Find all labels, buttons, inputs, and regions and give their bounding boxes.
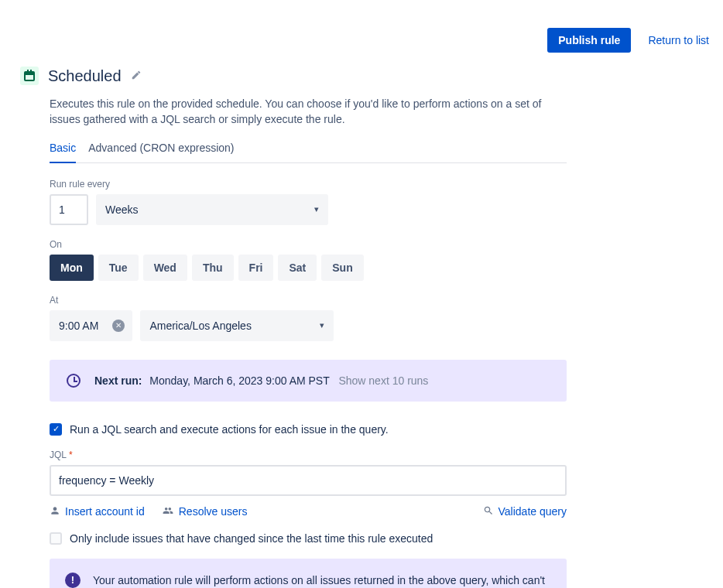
unit-select[interactable]: Weeks ▾: [96, 194, 328, 225]
day-tue-button[interactable]: Tue: [98, 255, 139, 281]
day-sat-button[interactable]: Sat: [278, 255, 317, 281]
page-title: Scheduled: [48, 67, 122, 85]
on-label: On: [50, 239, 567, 250]
info-icon: !: [65, 573, 81, 588]
content-area: Scheduled Executes this rule on the prov…: [0, 53, 581, 588]
calendar-icon: [20, 67, 39, 85]
jql-field-label: JQL *: [50, 450, 567, 460]
search-icon: [483, 505, 494, 518]
only-changed-checkbox[interactable]: [50, 532, 62, 545]
warning-panel: ! Your automation rule will perform acti…: [50, 559, 567, 588]
unit-select-value: Weeks: [105, 203, 139, 216]
next-run-panel: Next run: Monday, March 6, 2023 9:00 AM …: [50, 360, 567, 402]
at-label: At: [50, 295, 567, 306]
chevron-down-icon: ▾: [314, 204, 319, 214]
next-run-value: Monday, March 6, 2023 9:00 AM PST: [149, 374, 329, 387]
only-changed-label: Only include issues that have changed si…: [70, 532, 433, 545]
validate-query-label: Validate query: [499, 505, 567, 518]
run-every-row: Weeks ▾: [50, 194, 567, 225]
next-run-text: Next run: Monday, March 6, 2023 9:00 AM …: [94, 374, 428, 387]
title-row: Scheduled: [50, 67, 567, 85]
at-row: 9:00 AM ✕ America/Los Angeles ▾: [50, 310, 567, 341]
run-jql-checkbox[interactable]: ✓: [50, 423, 62, 436]
jql-actions-row: Insert account id Resolve users Validate…: [50, 505, 567, 518]
only-changed-checkbox-row: Only include issues that have changed si…: [50, 532, 567, 545]
resolve-users-link[interactable]: Resolve users: [162, 505, 248, 518]
day-mon-button[interactable]: Mon: [50, 255, 94, 281]
day-thu-button[interactable]: Thu: [192, 255, 234, 281]
resolve-users-label: Resolve users: [179, 505, 248, 518]
day-selector: Mon Tue Wed Thu Fri Sat Sun: [50, 255, 567, 281]
run-jql-label: Run a JQL search and execute actions for…: [70, 423, 389, 436]
jql-section: JQL * Insert account id Resolve users: [50, 450, 567, 518]
person-icon: [50, 505, 60, 518]
jql-input[interactable]: [50, 465, 567, 496]
show-next-runs-link[interactable]: Show next 10 runs: [338, 374, 428, 387]
day-wed-button[interactable]: Wed: [143, 255, 187, 281]
tab-bar: Basic Advanced (CRON expression): [50, 142, 567, 163]
insert-account-id-link[interactable]: Insert account id: [50, 505, 145, 518]
timezone-select[interactable]: America/Los Angeles ▾: [140, 310, 334, 341]
chevron-down-icon: ▾: [320, 320, 324, 330]
run-every-label: Run rule every: [50, 179, 567, 190]
description-text: Executes this rule on the provided sched…: [50, 96, 567, 128]
day-fri-button[interactable]: Fri: [238, 255, 274, 281]
clear-time-icon[interactable]: ✕: [112, 320, 125, 332]
validate-query-link[interactable]: Validate query: [483, 505, 567, 518]
insert-account-label: Insert account id: [65, 505, 145, 518]
warning-text: Your automation rule will perform action…: [93, 573, 551, 588]
time-value: 9:00 AM: [59, 320, 98, 332]
timezone-value: America/Los Angeles: [149, 320, 252, 332]
clock-icon: [67, 374, 81, 388]
day-sun-button[interactable]: Sun: [321, 255, 363, 281]
interval-input[interactable]: [50, 194, 88, 225]
run-jql-checkbox-row: ✓ Run a JQL search and execute actions f…: [50, 423, 567, 436]
required-star: *: [69, 450, 73, 460]
tab-basic[interactable]: Basic: [50, 142, 76, 163]
next-run-label: Next run:: [94, 374, 142, 387]
return-to-list-link[interactable]: Return to list: [648, 34, 709, 46]
publish-rule-button[interactable]: Publish rule: [547, 28, 631, 53]
edit-title-icon[interactable]: [131, 70, 142, 83]
jql-field-label-text: JQL: [50, 450, 67, 460]
people-icon: [162, 505, 174, 518]
tab-advanced[interactable]: Advanced (CRON expression): [88, 142, 234, 162]
time-input[interactable]: 9:00 AM ✕: [50, 310, 132, 341]
top-bar: Publish rule Return to list: [0, 0, 723, 53]
